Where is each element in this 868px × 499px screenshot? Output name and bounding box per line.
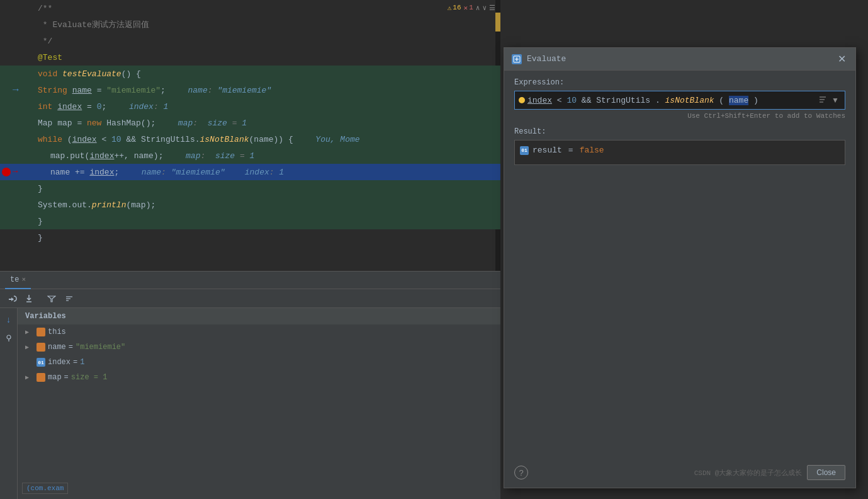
result-name: result bbox=[533, 146, 562, 155]
help-button[interactable]: ? bbox=[514, 466, 528, 479]
expr-part-num: 10 bbox=[566, 96, 577, 105]
expression-label: Expression: bbox=[514, 78, 845, 87]
close-dialog-button[interactable]: Close bbox=[807, 465, 845, 480]
expr-part-selected: name bbox=[729, 96, 748, 105]
expr-part-method: isNotBlank bbox=[665, 96, 714, 105]
expand-icon[interactable]: ▶ bbox=[25, 374, 34, 381]
var-item-map[interactable]: ▶ map = size = 1 bbox=[18, 370, 500, 385]
step-over-button[interactable] bbox=[5, 291, 20, 306]
code-line-selected: → name += index; name: "miemiemie" index… bbox=[0, 164, 500, 180]
expand-icon[interactable]: ▶ bbox=[25, 328, 34, 336]
code-editor: ⚠ 16 ✕ 1 ∧ ∨ ☰ /** * Evaluate测试方法返回值 */ bbox=[0, 0, 500, 271]
expression-text[interactable]: index < 10 && StringUtils . isNotBlank (… bbox=[527, 96, 814, 105]
sort-button[interactable] bbox=[62, 291, 77, 306]
code-line: */ bbox=[0, 33, 500, 49]
expression-input-area[interactable]: index < 10 && StringUtils . isNotBlank (… bbox=[514, 91, 845, 110]
debug-panel: te × ↓ Variables bbox=[0, 271, 500, 499]
var-value-name: "miemiemie" bbox=[76, 343, 125, 352]
evaluate-dialog-icon bbox=[512, 54, 522, 64]
result-item: 01 result = false bbox=[520, 146, 840, 155]
expression-dot-indicator bbox=[519, 97, 525, 103]
var-name-this: this bbox=[48, 328, 66, 336]
expr-part-index: index bbox=[527, 96, 552, 105]
var-type-icon bbox=[37, 343, 45, 352]
variables-header: Variables bbox=[18, 308, 500, 324]
evaluate-dialog: Evaluate ✕ Expression: index < 10 && Str… bbox=[504, 47, 856, 488]
dialog-title: Evaluate bbox=[512, 54, 566, 64]
breakpoint-indicator bbox=[2, 168, 11, 176]
result-area: 01 result = false bbox=[514, 140, 845, 165]
tab-close-icon[interactable]: × bbox=[21, 276, 26, 284]
dialog-close-button[interactable]: ✕ bbox=[835, 53, 848, 66]
code-line: void testEvaluate() { bbox=[0, 66, 500, 82]
variables-panel: Variables ▶ this ▶ name = "miemiemie" 01… bbox=[18, 308, 500, 499]
svg-point-3 bbox=[7, 335, 11, 339]
debug-stop-icon: → bbox=[13, 166, 18, 176]
left-debug-sidebar: ↓ bbox=[0, 308, 18, 499]
footer-right: CSDN @大象大家你的是子怎么成长 Close bbox=[694, 465, 845, 480]
expr-format-btn[interactable] bbox=[817, 95, 828, 106]
var-type-icon-blue: 01 bbox=[37, 358, 45, 367]
context-label: (com.exam bbox=[22, 483, 68, 494]
var-value-index: 1 bbox=[80, 358, 84, 367]
debug-arrow-icon: → bbox=[13, 84, 19, 96]
code-line: Map map = new HashMap(); map: size = 1 bbox=[0, 115, 500, 131]
code-line: @Test bbox=[0, 49, 500, 66]
result-label: Result: bbox=[514, 127, 845, 136]
var-type-icon bbox=[37, 373, 45, 382]
var-value-map: size = 1 bbox=[71, 373, 108, 382]
code-line: * Evaluate测试方法返回值 bbox=[0, 16, 500, 33]
filter-button[interactable] bbox=[44, 291, 59, 306]
dialog-title-text: Evaluate bbox=[527, 54, 566, 64]
result-type-icon: 01 bbox=[520, 146, 529, 155]
expr-part-class: StringUtils bbox=[596, 96, 650, 105]
var-item-index[interactable]: 01 index = 1 bbox=[18, 355, 500, 370]
var-item-name[interactable]: ▶ name = "miemiemie" bbox=[18, 340, 500, 355]
debug-content: ↓ Variables ▶ this ▶ name = "miemiemie" bbox=[0, 308, 500, 499]
csdn-watermark: CSDN @大象大家你的是子怎么成长 bbox=[694, 468, 803, 478]
code-line: } bbox=[0, 229, 500, 246]
expr-actions: ▼ bbox=[817, 95, 841, 106]
debug-tabs: te × bbox=[0, 272, 500, 289]
var-item-this[interactable]: ▶ this bbox=[18, 324, 500, 340]
dialog-footer: ? CSDN @大象大家你的是子怎么成长 Close bbox=[514, 465, 845, 480]
code-line: } bbox=[0, 213, 500, 229]
debug-toolbar bbox=[0, 289, 500, 308]
result-value: false bbox=[580, 146, 604, 155]
code-line: map.put(index++, name); map: size = 1 bbox=[0, 147, 500, 164]
code-line: } bbox=[0, 180, 500, 197]
var-name-index: index bbox=[48, 358, 70, 367]
var-name-name: name bbox=[48, 343, 66, 352]
code-line: /** bbox=[0, 0, 500, 16]
code-line: while (index < 10 && StringUtils.isNotBl… bbox=[0, 131, 500, 147]
expression-hint: Use Ctrl+Shift+Enter to add to Watches bbox=[514, 112, 845, 120]
dialog-titlebar: Evaluate ✕ bbox=[504, 48, 855, 71]
pin-icon[interactable] bbox=[1, 331, 16, 346]
step-into-button[interactable] bbox=[21, 291, 37, 306]
code-line: System.out.println(map); bbox=[0, 197, 500, 213]
var-name-map: map bbox=[48, 373, 62, 382]
dialog-body: Expression: index < 10 && StringUtils . … bbox=[504, 71, 855, 173]
expr-expand-btn[interactable]: ▼ bbox=[830, 95, 841, 106]
step-down-icon[interactable]: ↓ bbox=[1, 312, 16, 327]
debug-tab-active[interactable]: te × bbox=[5, 272, 31, 289]
var-type-icon bbox=[37, 328, 45, 336]
code-line: → String name = "miemiemie"; name: "miem… bbox=[0, 82, 500, 98]
expand-icon[interactable]: ▶ bbox=[25, 343, 34, 351]
code-line: int index = 0; index: 1 bbox=[0, 98, 500, 115]
